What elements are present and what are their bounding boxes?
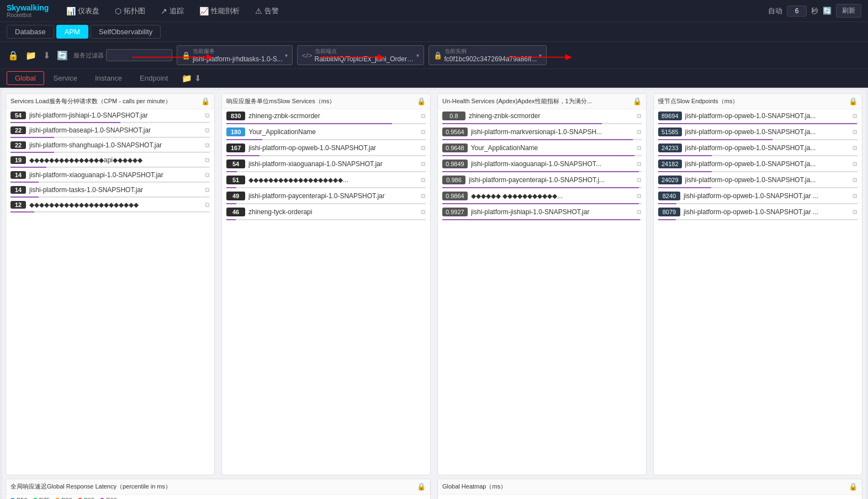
tab-service[interactable]: Service — [45, 71, 86, 85]
list-item: 89694 jishi-platform-op-opweb-1.0-SNAPSH… — [654, 109, 862, 124]
current-service-value: jishi-platform-jrhdtasks-1.0-S... — [193, 55, 283, 63]
service-name: jishi-platform-op-opweb-1.0-SNAPSHOT.jar… — [684, 192, 849, 200]
copy-icon[interactable]: ⧉ — [853, 144, 858, 152]
endpoint-badge: 8079 — [658, 208, 680, 216]
copy-icon[interactable]: ⧉ — [637, 160, 642, 168]
current-endpoint-value: RabbitMQ/Topic/Ex_jishi_OrderQueue... — [315, 55, 414, 63]
health-badge: 0.9564 — [442, 128, 468, 136]
tab-instance[interactable]: Instance — [87, 71, 130, 85]
current-endpoint-dropdown[interactable]: </> 当前端点 RabbitMQ/Topic/Ex_jishi_OrderQu… — [297, 45, 424, 65]
copy-icon[interactable]: ⧉ — [205, 141, 210, 149]
list-item: 0.9864 ◆◆◆◆◆◆ ◆◆◆◆◆◆◆◆◆◆◆... ⧉ — [438, 189, 646, 204]
latency-lock[interactable]: 🔒 — [417, 482, 426, 491]
service-badge: 54 — [10, 112, 26, 119]
sub-nav-self[interactable]: SelfObservability — [91, 25, 161, 39]
topology-icon: ⬡ — [115, 7, 121, 15]
endpoint-badge: 24029 — [658, 176, 682, 184]
copy-icon[interactable]: ⧉ — [637, 208, 642, 216]
list-item: 22 jishi-platform-baseapi-1.0-SNAPSHOT.j… — [6, 124, 214, 138]
copy-icon[interactable]: ⧉ — [853, 176, 858, 184]
logo: Skywalking Rocketbot — [7, 3, 49, 18]
services-load-body: 54 jishi-platform-jishiapi-1.0-SNAPSHOT.… — [6, 109, 214, 475]
endpoint-dropdown-arrow: ▾ — [416, 52, 419, 59]
latency-legend: P50P75P90P95P99 — [6, 495, 430, 499]
heatmap-title: Global Heatmap（ms） — [442, 482, 506, 491]
endpoint-badge: 24182 — [658, 160, 682, 168]
legend-item: P95 — [78, 497, 95, 499]
nav-profiling[interactable]: 📈 性能剖析 — [193, 3, 246, 19]
copy-icon[interactable]: ⧉ — [637, 192, 642, 200]
slow-services-lock[interactable]: 🔒 — [417, 97, 426, 105]
current-instance-dropdown[interactable]: 🔒 当前实例 fc0f1bc902c3472694a79a86ff... ▾ — [428, 45, 547, 65]
current-endpoint-label: 当前端点 — [315, 47, 414, 55]
copy-icon[interactable]: ⧉ — [421, 176, 426, 184]
copy-icon[interactable]: ⧉ — [637, 176, 642, 184]
sub-nav-apm[interactable]: APM — [56, 25, 88, 39]
tab-endpoint[interactable]: Endpoint — [131, 71, 176, 85]
lock-toolbar-icon[interactable]: 🔒 — [7, 49, 20, 62]
logo-sub: Rocketbot — [7, 12, 49, 18]
copy-icon[interactable]: ⧉ — [421, 128, 426, 136]
copy-icon[interactable]: ⧉ — [637, 112, 642, 120]
service-name: jishi-platform-op-opweb-1.0-SNAPSHOT.ja.… — [685, 176, 849, 184]
service-name: jishi-platform-xiaoguanapi-1.0-SNAPSHOT.… — [29, 171, 202, 179]
filter-input[interactable] — [106, 49, 172, 61]
service-badge: 19 — [10, 156, 26, 164]
copy-icon[interactable]: ⧉ — [205, 126, 210, 134]
copy-icon[interactable]: ⧉ — [421, 192, 426, 200]
slow-endpoints-body: 89694 jishi-platform-op-opweb-1.0-SNAPSH… — [654, 109, 862, 475]
copy-icon[interactable]: ⧉ — [421, 112, 426, 120]
copy-icon[interactable]: ⧉ — [853, 192, 858, 200]
sub-nav-database[interactable]: Database — [7, 25, 54, 39]
copy-icon[interactable]: ⧉ — [205, 171, 210, 179]
tab-download-btn[interactable]: ⬇ — [194, 73, 202, 83]
copy-icon[interactable]: ⧉ — [853, 112, 858, 120]
endpoint-tag-icon: </> — [302, 51, 313, 60]
unhealth-services-lock[interactable]: 🔒 — [633, 97, 642, 105]
auto-label: 自动 — [768, 6, 782, 16]
unhealth-services-body: 0.8 zhineng-znbk-scrmorder ⧉ 0.9564 jish… — [438, 109, 646, 475]
copy-icon[interactable]: ⧉ — [853, 128, 858, 136]
service-name: ◆◆◆◆◆◆◆◆◆◆◆◆◆◆◆◆◆◆◆◆◆◆ — [29, 201, 202, 209]
nav-alarm[interactable]: ⚠ 告警 — [248, 3, 285, 19]
service-name: jishi-platform-op-opweb-1.0-SNAPSHOT.jar — [248, 144, 417, 152]
legend-label: P90 — [61, 497, 72, 499]
list-item: 24029 jishi-platform-op-opweb-1.0-SNAPSH… — [654, 173, 862, 188]
endpoint-badge: 8240 — [658, 192, 680, 200]
copy-icon[interactable]: ⧉ — [205, 112, 210, 119]
copy-icon[interactable]: ⧉ — [853, 160, 858, 168]
slow-endpoints-lock[interactable]: 🔒 — [849, 97, 858, 105]
service-name: ◆◆◆◆◆◆ ◆◆◆◆◆◆◆◆◆◆◆... — [471, 192, 633, 200]
nav-trace[interactable]: ↗ 追踪 — [154, 3, 190, 19]
tab-folder-btn[interactable]: 📁 — [182, 73, 192, 83]
copy-icon[interactable]: ⧉ — [637, 128, 642, 136]
list-item: 24182 jishi-platform-op-opweb-1.0-SNAPSH… — [654, 157, 862, 172]
folder-icon[interactable]: 📁 — [24, 49, 38, 62]
refresh-toolbar-icon[interactable]: 🔄 — [56, 49, 69, 62]
current-service-dropdown[interactable]: 🔒 当前服务 jishi-platform-jrhdtasks-1.0-S...… — [177, 45, 293, 65]
copy-icon[interactable]: ⧉ — [421, 144, 426, 152]
nav-topology[interactable]: ⬡ 拓扑图 — [108, 3, 152, 19]
copy-icon[interactable]: ⧉ — [421, 208, 426, 216]
refresh-button[interactable]: 刷新 — [836, 4, 861, 18]
service-name: jishi-platform-markversionapi-1.0-SNAPSH… — [471, 128, 633, 136]
list-item: 19 ◆◆◆◆◆◆◆◆◆◆◆◆◆◆◆api◆◆◆◆◆◆ ⧉ — [6, 154, 214, 168]
heatmap-lock[interactable]: 🔒 — [849, 482, 858, 491]
latency-panel: 全局响应速迟Global Response Latency（percentile… — [6, 479, 431, 499]
copy-icon[interactable]: ⧉ — [205, 186, 210, 194]
service-name: zhineng-znbk-scrmorder — [469, 112, 633, 120]
legend-label: P75 — [39, 497, 50, 499]
nav-dashboard[interactable]: 📊 仪表盘 — [60, 3, 106, 19]
download-icon[interactable]: ⬇ — [42, 49, 51, 62]
copy-icon[interactable]: ⧉ — [421, 160, 426, 168]
copy-icon[interactable]: ⧉ — [205, 201, 210, 209]
services-load-lock[interactable]: 🔒 — [201, 97, 210, 105]
slow-badge: 54 — [226, 160, 245, 168]
list-item: 0.9648 Your_ApplicationName ⧉ — [438, 141, 646, 156]
copy-icon[interactable]: ⧉ — [637, 144, 642, 152]
copy-icon[interactable]: ⧉ — [853, 208, 858, 216]
tab-global[interactable]: Global — [7, 71, 44, 85]
refresh-input[interactable] — [787, 6, 807, 17]
copy-icon[interactable]: ⧉ — [205, 156, 210, 164]
service-name: zhineng-tyck-orderapi — [248, 208, 417, 216]
